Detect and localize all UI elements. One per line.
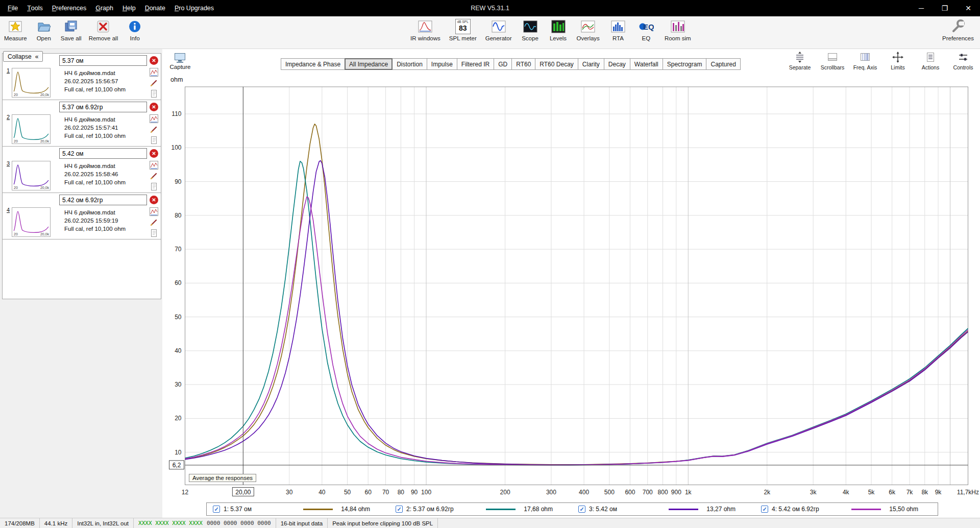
delete-measurement-button[interactable]: ✕ [150,56,158,65]
measurement-name-input[interactable] [59,148,147,159]
legend-entry-1: ✓ 1: 5.37 ом 14,84 ohm [207,506,389,513]
edit-pencil-icon[interactable] [150,125,158,134]
legend-checkbox[interactable]: ✓ [761,506,768,513]
svg-text:500: 500 [604,489,615,496]
menu-graph[interactable]: Graph [91,0,118,16]
tab-waterfall[interactable]: Waterfall [630,58,663,70]
tab-gd[interactable]: GD [494,58,512,70]
menu-tools[interactable]: Tools [22,0,47,16]
response-chart-icon[interactable] [150,161,158,170]
legend-checkbox[interactable]: ✓ [578,506,585,513]
remove-all-button[interactable]: Remove all [87,18,120,42]
close-button[interactable]: ✕ [957,0,980,16]
delete-x-icon: ✕ [152,198,156,203]
limits-button[interactable]: Limits [883,51,913,70]
eq-button[interactable]: EQ EQ [634,18,658,42]
rta-button[interactable]: RTA [606,18,630,42]
delete-measurement-button[interactable]: ✕ [150,103,158,111]
tab-impulse[interactable]: Impulse [427,58,457,70]
menu-donate[interactable]: Donate [140,0,170,16]
measurement-item-2[interactable]: ✕ 2 2020,0k НЧ 6 дюймов.mdat 26.02.2025 … [3,100,161,147]
measurement-thumbnail[interactable]: 2020,0k [12,114,51,144]
notes-page-icon[interactable] [150,136,158,145]
legend-checkbox[interactable]: ✓ [396,506,403,513]
actions-button[interactable]: Actions [916,51,945,70]
measurement-name-input[interactable] [59,55,147,66]
capture-button[interactable]: Capture [167,52,193,70]
spl-meter-button[interactable]: dB SPL 83 SPL meter [447,18,479,42]
tab-filtered-ir[interactable]: Filtered IR [457,58,494,70]
controls-button[interactable]: Controls [948,51,978,70]
notes-page-icon[interactable] [150,89,158,98]
measurement-thumbnail[interactable]: 2020,0k [12,207,51,237]
overlays-button[interactable]: Overlays [575,18,602,42]
delete-measurement-button[interactable]: ✕ [150,149,158,158]
tab-clarity[interactable]: Clarity [578,58,604,70]
svg-text:20,0k: 20,0k [40,232,50,236]
notes-page-icon[interactable] [150,182,158,191]
impedance-chart[interactable]: 1020304050607080901001101230405060708090… [162,82,980,500]
scrollbars-button[interactable]: Scrollbars [818,51,847,70]
minimize-button[interactable]: ─ [910,0,933,16]
response-chart-icon[interactable] [150,68,158,77]
collapse-chevrons-icon: « [35,53,39,60]
tab-distortion[interactable]: Distortion [392,58,427,70]
measurement-name-input[interactable] [59,102,147,112]
tab-impedance-phase[interactable]: Impedance & Phase [281,58,345,70]
measurement-item-3[interactable]: ✕ 3 2020,0k НЧ 6 дюймов.mdat 26.02.2025 … [3,147,161,193]
maximize-button[interactable]: ❐ [933,0,957,16]
notes-page-icon[interactable] [150,229,158,237]
info-button[interactable]: Info [123,18,146,42]
tab-decay[interactable]: Decay [604,58,630,70]
save-all-button[interactable]: Save all [59,18,84,42]
tab-rt60[interactable]: RT60 [511,58,535,70]
response-chart-icon[interactable] [150,207,158,216]
measurement-name-input[interactable] [59,195,147,205]
response-chart-icon[interactable] [150,114,158,123]
delete-measurement-button[interactable]: ✕ [150,196,158,204]
menu-help[interactable]: Help [118,0,140,16]
tab-spectrogram[interactable]: Spectrogram [663,58,707,70]
graph-tab-bar: Impedance & Phase All Impedance Distorti… [281,58,741,70]
eq-icon: EQ [639,19,654,34]
svg-text:70: 70 [175,246,182,253]
measurement-thumbnail[interactable]: 2020,0k [12,68,51,98]
separate-icon [794,51,806,63]
svg-text:60: 60 [175,279,182,286]
svg-text:100: 100 [421,489,431,496]
separate-button[interactable]: Separate [785,51,815,70]
legend-checkbox[interactable]: ✓ [213,506,220,513]
controls-icon [957,51,969,63]
scope-button[interactable]: Scope [519,18,542,42]
ir-windows-button[interactable]: IR windows [408,18,443,42]
open-button[interactable]: Open [32,18,56,42]
delete-x-icon: ✕ [152,151,156,156]
legend-label: 3: 5.42 ом [589,506,617,513]
measurement-item-4[interactable]: ✕ 4 2020,0k НЧ 6 дюймов.mdat 26.02.2025 … [3,193,161,239]
edit-pencil-icon[interactable] [150,218,158,227]
tab-captured[interactable]: Captured [706,58,740,70]
room-sim-button[interactable]: Room sim [663,18,693,42]
menu-file[interactable]: File [3,0,22,16]
measurements-sidebar: Collapse « ✕ 1 2020,0k НЧ 6 дюймов.mdat … [0,49,162,518]
freq-axis-button[interactable]: Freq. Axis [850,51,880,70]
measurement-thumbnail[interactable]: 2020,0k [12,161,51,190]
scrollbars-icon [826,51,839,63]
edit-pencil-icon[interactable] [150,79,158,87]
preferences-button[interactable]: Preferences [940,18,976,42]
generator-button[interactable]: Generator [483,18,514,42]
tab-all-impedance[interactable]: All Impedance [345,58,393,70]
menu-pro-upgrades[interactable]: Pro Upgrades [170,0,218,16]
edit-pencil-icon[interactable] [150,172,158,180]
menu-preferences[interactable]: Preferences [47,0,91,16]
ir-windows-icon [418,19,433,34]
tab-rt60-decay[interactable]: RT60 Decay [535,58,578,70]
actions-icon [924,51,937,63]
legend-trace-swatch [851,509,881,510]
measure-button[interactable]: Measure [2,18,29,42]
collapse-sidebar-button[interactable]: Collapse « [3,51,43,62]
svg-text:30: 30 [286,489,293,496]
svg-text:20,00: 20,00 [235,489,251,496]
levels-button[interactable]: Levels [547,18,570,42]
legend-value: 13,27 ohm [706,506,736,513]
